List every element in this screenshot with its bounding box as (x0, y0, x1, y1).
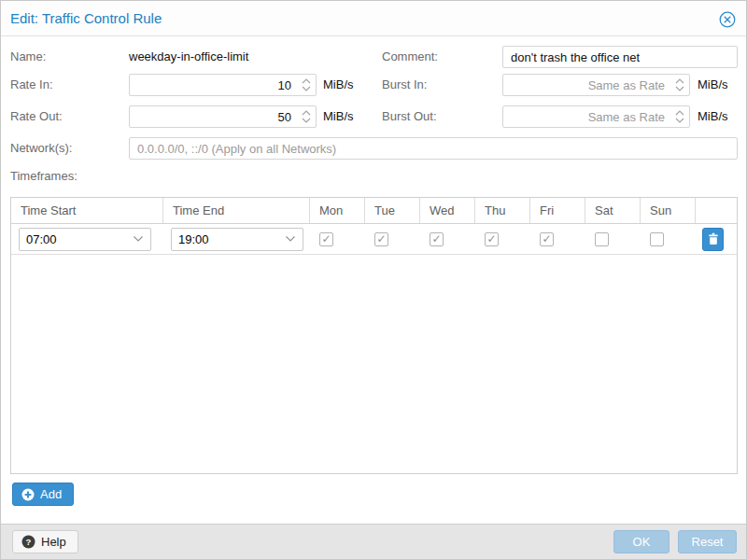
add-button[interactable]: Add (12, 483, 74, 506)
mon-checkbox[interactable] (319, 232, 333, 246)
timeframe-row: 07:00 19:00 (11, 224, 737, 255)
spinner-up-down-icon[interactable] (675, 77, 684, 92)
svg-text:?: ? (26, 537, 32, 547)
spinner-up-down-icon[interactable] (302, 77, 311, 92)
comment-input[interactable] (502, 46, 738, 68)
comment-label: Comment: (382, 46, 438, 68)
rate-out-unit: MiB/s (323, 105, 354, 128)
dialog-title: Edit: Traffic Control Rule (10, 1, 162, 36)
chevron-down-icon (285, 235, 296, 243)
rate-in-input[interactable] (129, 74, 317, 96)
time-end-value: 19:00 (178, 232, 285, 246)
ok-button[interactable]: OK (613, 530, 669, 553)
burst-out-label: Burst Out: (382, 105, 437, 128)
time-start-value: 07:00 (26, 232, 133, 246)
burst-in-input[interactable] (502, 74, 690, 96)
col-header-actions (696, 198, 737, 223)
help-button[interactable]: ? Help (12, 530, 78, 553)
trash-icon (708, 232, 719, 245)
sat-checkbox[interactable] (595, 232, 609, 246)
col-header-fri[interactable]: Fri (530, 198, 585, 223)
col-header-sat[interactable]: Sat (585, 198, 641, 223)
help-button-label: Help (41, 535, 66, 549)
dialog-titlebar: Edit: Traffic Control Rule (1, 1, 746, 36)
reset-button[interactable]: Reset (678, 530, 737, 553)
rate-in-label: Rate In: (10, 74, 53, 96)
col-header-time-end[interactable]: Time End (163, 198, 310, 223)
rate-out-label: Rate Out: (10, 105, 63, 128)
chevron-down-icon (133, 235, 144, 243)
delete-row-button[interactable] (702, 228, 724, 251)
col-header-time-start[interactable]: Time Start (11, 198, 163, 223)
time-start-combobox[interactable]: 07:00 (19, 228, 151, 251)
time-end-combobox[interactable]: 19:00 (171, 228, 303, 251)
rate-out-input[interactable] (129, 105, 317, 128)
spinner-up-down-icon[interactable] (302, 109, 311, 124)
plus-circle-icon (21, 488, 35, 501)
sun-checkbox[interactable] (650, 232, 664, 246)
reset-button-label: Reset (692, 535, 724, 549)
edit-traffic-control-rule-dialog: Edit: Traffic Control Rule Name: weekday… (0, 0, 747, 560)
name-label: Name: (10, 46, 46, 68)
burst-in-unit: MiB/s (698, 74, 728, 96)
col-header-wed[interactable]: Wed (420, 198, 475, 223)
rate-in-unit: MiB/s (323, 74, 354, 96)
timeframes-grid: Time Start Time End Mon Tue Wed Thu Fri … (10, 197, 738, 474)
ok-button-label: OK (633, 535, 651, 549)
tue-checkbox[interactable] (374, 232, 388, 246)
dialog-footer: ? Help OK Reset (1, 524, 746, 559)
col-header-mon[interactable]: Mon (310, 198, 365, 223)
close-icon[interactable] (719, 11, 736, 28)
question-circle-icon: ? (21, 535, 35, 549)
burst-out-input[interactable] (502, 105, 690, 128)
wed-checkbox[interactable] (430, 232, 444, 246)
timeframes-label: Timeframes: (10, 165, 78, 188)
col-header-tue[interactable]: Tue (365, 198, 420, 223)
spinner-up-down-icon[interactable] (675, 109, 684, 124)
thu-checkbox[interactable] (485, 232, 499, 246)
name-value: weekday-in-office-limit (129, 46, 248, 68)
networks-input[interactable] (129, 137, 738, 160)
burst-out-unit: MiB/s (698, 105, 728, 128)
col-header-thu[interactable]: Thu (475, 198, 530, 223)
burst-in-label: Burst In: (382, 74, 427, 96)
grid-header-row: Time Start Time End Mon Tue Wed Thu Fri … (11, 198, 737, 224)
add-button-label: Add (40, 487, 62, 501)
col-header-sun[interactable]: Sun (641, 198, 696, 223)
fri-checkbox[interactable] (540, 232, 554, 246)
networks-label: Network(s): (10, 137, 72, 160)
